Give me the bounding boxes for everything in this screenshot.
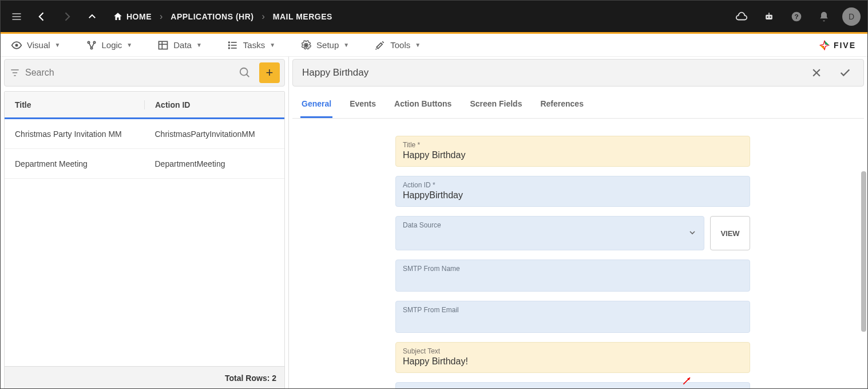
bell-icon[interactable]: [815, 7, 833, 26]
chevron-right-icon: ›: [261, 11, 264, 22]
avatar[interactable]: D: [842, 7, 861, 26]
svg-point-22: [305, 44, 308, 46]
tab-events[interactable]: Events: [348, 91, 377, 118]
cell-actionid: DepartmentMeeting: [145, 159, 285, 168]
subject-label: Subject Text: [403, 347, 743, 355]
menu-tasks-label: Tasks: [243, 40, 265, 50]
svg-point-11: [93, 41, 95, 43]
search-input[interactable]: [25, 68, 234, 78]
breadcrumb-mailmerges[interactable]: MAIL MERGES: [273, 12, 332, 21]
menu-bar: Visual▼ Logic▼ Data▼ Tasks▼ Setup▼ Tools…: [1, 34, 867, 57]
smtpemail-label: SMTP From Email: [403, 306, 743, 314]
datasource-field[interactable]: Data Source: [395, 216, 704, 250]
svg-rect-13: [159, 41, 168, 49]
svg-point-5: [770, 16, 771, 18]
annotation-arrow-icon: [681, 375, 693, 386]
subject-field[interactable]: Subject Text Happy Birthday!: [395, 342, 750, 373]
avatar-initial: D: [849, 12, 854, 21]
search-icon[interactable]: [239, 66, 251, 79]
detail-header: Happy Birthday: [292, 59, 864, 87]
datasource-label: Data Source: [403, 221, 441, 229]
svg-point-19: [228, 42, 229, 43]
svg-line-30: [247, 74, 249, 77]
menu-visual-label: Visual: [27, 40, 50, 50]
cell-actionid: ChristmasPartyInvitationMM: [145, 129, 285, 139]
form-area: Title * Happy Birthday Action ID * Happy…: [292, 119, 864, 389]
logo: FIVE: [819, 40, 862, 51]
chevron-down-icon: [688, 228, 697, 237]
back-icon[interactable]: [33, 7, 51, 26]
breadcrumb-home[interactable]: HOME: [113, 7, 152, 26]
add-button[interactable]: +: [259, 62, 280, 83]
forward-icon: [58, 7, 76, 26]
scrollbar[interactable]: [861, 171, 866, 332]
filter-icon[interactable]: [9, 67, 21, 78]
menu-data[interactable]: Data▼: [153, 37, 207, 53]
svg-marker-23: [820, 40, 830, 50]
logo-text: FIVE: [834, 41, 856, 50]
svg-point-9: [15, 44, 18, 46]
actionid-value: HappyBirthday: [403, 190, 743, 201]
svg-point-10: [88, 41, 89, 43]
breadcrumb-applications[interactable]: APPLICATIONS (HR): [171, 12, 253, 21]
column-title[interactable]: Title: [5, 100, 145, 109]
cell-title: Christmas Party Invitation MM: [5, 129, 145, 139]
search-row: +: [4, 59, 285, 87]
close-icon[interactable]: [807, 64, 826, 82]
table-row[interactable]: Christmas Party Invitation MM ChristmasP…: [5, 119, 284, 149]
table-row[interactable]: Department Meeting DepartmentMeeting: [5, 149, 284, 179]
menu-tools[interactable]: Tools▼: [370, 37, 425, 53]
smtpemail-field[interactable]: SMTP From Email: [395, 301, 750, 333]
subject-value: Happy Birthday!: [403, 356, 743, 367]
list-panel: + Title Action ID Christmas Party Invita…: [1, 57, 289, 389]
breadcrumb: HOME › APPLICATIONS (HR) › MAIL MERGES: [113, 7, 332, 26]
menu-visual[interactable]: Visual▼: [6, 37, 65, 53]
top-bar: HOME › APPLICATIONS (HR) › MAIL MERGES ?…: [1, 1, 867, 32]
view-button-label: VIEW: [720, 229, 739, 238]
tabs: General Events Action Buttons Screen Fie…: [292, 91, 864, 119]
actionid-field[interactable]: Action ID * HappyBirthday: [395, 176, 750, 207]
logo-icon: [819, 40, 830, 51]
menu-tools-label: Tools: [390, 40, 410, 50]
table-footer: Total Rows: 2: [5, 366, 284, 389]
table-header: Title Action ID: [5, 92, 284, 119]
list-table: Title Action ID Christmas Party Invitati…: [4, 91, 285, 389]
cell-title: Department Meeting: [5, 159, 145, 168]
svg-point-12: [90, 47, 92, 49]
menu-setup-label: Setup: [316, 40, 339, 50]
svg-rect-3: [766, 14, 772, 19]
svg-point-20: [228, 45, 229, 46]
detail-title: Happy Birthday: [302, 67, 368, 78]
chevron-right-icon: ›: [160, 11, 162, 22]
title-field[interactable]: Title * Happy Birthday: [395, 136, 750, 167]
svg-point-21: [228, 48, 229, 49]
menu-logic[interactable]: Logic▼: [81, 37, 137, 53]
svg-point-29: [240, 68, 248, 76]
menu-tasks[interactable]: Tasks▼: [223, 37, 280, 53]
menu-data-label: Data: [173, 40, 192, 50]
title-label: Title *: [403, 141, 743, 149]
breadcrumb-home-label: HOME: [126, 12, 152, 21]
up-icon[interactable]: [83, 7, 101, 26]
menu-logic-label: Logic: [102, 40, 122, 50]
svg-text:?: ?: [794, 13, 798, 20]
cloud-icon[interactable]: [732, 7, 751, 26]
help-icon[interactable]: ?: [787, 7, 806, 26]
menu-setup[interactable]: Setup▼: [296, 37, 354, 53]
robot-icon[interactable]: [760, 7, 778, 26]
tab-actionbuttons[interactable]: Action Buttons: [393, 91, 453, 118]
actionid-label: Action ID *: [403, 181, 743, 189]
column-actionid[interactable]: Action ID: [145, 100, 284, 109]
hamburger-icon[interactable]: [7, 7, 26, 26]
tab-screenfields[interactable]: Screen Fields: [469, 91, 523, 118]
mergetext-field[interactable]: Merge Text Click to add: [395, 382, 750, 389]
save-icon[interactable]: [836, 64, 854, 82]
smtpname-field[interactable]: SMTP From Name: [395, 260, 750, 292]
tab-general[interactable]: General: [300, 91, 332, 118]
svg-point-4: [767, 16, 768, 18]
detail-panel: Happy Birthday General Events Action But…: [289, 57, 867, 389]
total-rows-label: Total Rows: 2: [225, 374, 276, 383]
tab-references[interactable]: References: [539, 91, 585, 118]
title-value: Happy Birthday: [403, 150, 743, 160]
view-button[interactable]: VIEW: [710, 216, 750, 250]
